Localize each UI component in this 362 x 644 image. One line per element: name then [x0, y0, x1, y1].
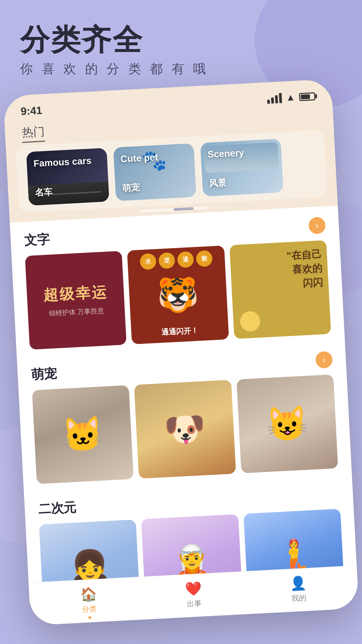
pet-card-ragdoll[interactable]: [32, 385, 134, 484]
nav-category-label: 分类: [82, 604, 97, 614]
nav-discover-label: 出事: [187, 598, 202, 609]
bubble-1: 水: [139, 253, 156, 270]
tiger-emoji: 🐯: [156, 274, 200, 316]
bubble-2: 逆: [158, 252, 175, 269]
category-cars[interactable]: Famous cars 名车: [26, 148, 109, 206]
nav-item-profile[interactable]: 👤 我的: [290, 575, 308, 608]
scroll-indicator: [140, 206, 207, 212]
pets-label-en: Cute pet: [120, 152, 159, 165]
quote-text: "在自己喜欢的闪闪: [286, 247, 323, 291]
text-section-title: 文字: [24, 231, 50, 249]
pet-card-cat2[interactable]: [236, 374, 338, 473]
nav-profile-icon: 👤: [290, 575, 307, 592]
cars-label-en: Famous cars: [33, 155, 92, 169]
tiger-bubbles: 水 逆 退 散: [127, 250, 225, 271]
pet-section: 萌宠 ›: [17, 340, 352, 491]
phone-mockup: 9:41 ▲ 热门 Fam: [3, 79, 359, 625]
main-content: 文字 › 超级幸运 锦鲤护体 万事胜意 水 逆 退 散: [10, 206, 359, 626]
tab-hot[interactable]: 热门: [21, 124, 45, 143]
status-time: 9:41: [20, 104, 43, 118]
cars-label-zh: 名车: [35, 186, 53, 199]
phone-frame: 9:41 ▲ 热门 Fam: [3, 79, 359, 625]
wifi-icon: ▲: [286, 92, 295, 103]
text-section: 文字 › 超级幸运 锦鲤护体 万事胜意 水 逆 退 散: [10, 206, 345, 357]
text-card-grid: 超级幸运 锦鲤护体 万事胜意 水 逆 退 散 🐯 通通闪开！: [25, 240, 331, 350]
tiger-bottom-text: 通通闪开！: [131, 324, 229, 339]
lucky-main-text: 超级幸运: [43, 282, 108, 305]
lucky-sub-text: 锦鲤护体 万事胜意: [49, 306, 105, 318]
pet-card-corgi[interactable]: [134, 380, 236, 479]
scenery-label-zh: 风景: [209, 177, 227, 190]
text-card-tiger[interactable]: 水 逆 退 散 🐯 通通闪开！: [127, 246, 229, 344]
text-card-lucky[interactable]: 超级幸运 锦鲤护体 万事胜意: [25, 251, 127, 350]
text-section-more-button[interactable]: ›: [308, 216, 326, 234]
pet-section-more-button[interactable]: ›: [315, 351, 333, 369]
bubble-4: 散: [196, 250, 213, 267]
nav-category-icon: 🏠: [80, 586, 97, 603]
hero-title: 分类齐全: [20, 20, 143, 60]
anime-section-title: 二次元: [38, 499, 77, 518]
status-icons: ▲: [267, 91, 315, 104]
nav-discover-icon: ❤️: [185, 581, 202, 597]
pets-label-zh: 萌宠: [122, 181, 140, 194]
pet-section-title: 萌宠: [31, 365, 57, 384]
signal-icon: [267, 93, 282, 104]
nav-item-category[interactable]: 🏠 分类: [80, 586, 98, 619]
nav-profile-label: 我的: [291, 593, 307, 603]
text-card-quote[interactable]: "在自己喜欢的闪闪: [229, 240, 331, 339]
bubble-3: 退: [177, 251, 194, 268]
nav-active-indicator: [88, 616, 91, 619]
hero-subtitle: 你 喜 欢 的 分 类 都 有 哦: [20, 60, 208, 77]
category-scenery[interactable]: Scenery 风景: [200, 139, 283, 197]
quote-decoration: [240, 311, 261, 332]
scenery-label-en: Scenery: [207, 147, 244, 160]
battery-icon: [299, 92, 315, 101]
nav-item-discover[interactable]: ❤️ 出事: [185, 581, 203, 614]
pet-card-grid: [32, 374, 338, 484]
category-pets[interactable]: 🐾 Cute pet 萌宠: [113, 143, 196, 201]
